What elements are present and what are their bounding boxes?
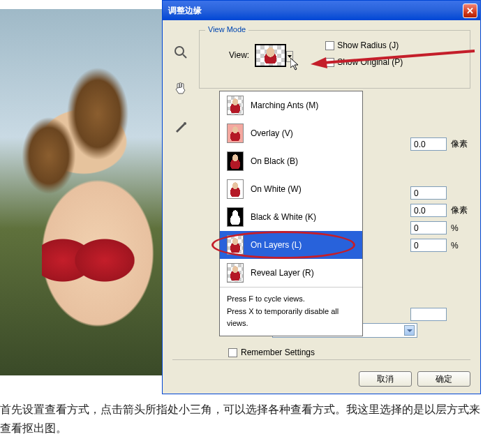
ok-button[interactable]: 确定 bbox=[417, 371, 470, 387]
show-original-row[interactable]: Show Original (P) bbox=[325, 57, 403, 67]
view-option-label: On Black (B) bbox=[251, 156, 298, 166]
show-original-checkbox[interactable] bbox=[325, 58, 334, 67]
shift-input[interactable] bbox=[410, 239, 447, 252]
show-original-label: Show Original (P) bbox=[337, 57, 403, 67]
dropdown-footer: Press F to cycle views. Press X to tempo… bbox=[220, 287, 362, 336]
view-mode-dropdown: Marching Ants (M)Overlay (V)On Black (B)… bbox=[219, 91, 363, 336]
view-option-3[interactable]: On White (W) bbox=[220, 175, 362, 203]
remember-label: Remember Settings bbox=[241, 348, 315, 357]
view-label: View: bbox=[229, 50, 249, 60]
show-radius-label: Show Radius (J) bbox=[337, 40, 399, 50]
caption-text: 首先设置查看方式，点击箭头所指处小三角，可以选择各种查看方式。我这里选择的是以层… bbox=[0, 400, 482, 438]
refine-brush-icon[interactable] bbox=[172, 118, 188, 134]
unit-px-1: 像素 bbox=[451, 138, 470, 150]
view-option-label: Reveal Layer (R) bbox=[251, 268, 314, 278]
remember-row[interactable]: Remember Settings bbox=[228, 348, 470, 357]
radius-input[interactable] bbox=[410, 137, 447, 151]
footer-buttons: 取消 确定 bbox=[359, 371, 470, 387]
svg-point-2 bbox=[184, 122, 186, 125]
svg-line-1 bbox=[183, 54, 186, 58]
dialog-titlebar[interactable]: 调整边缘 ✕ bbox=[163, 1, 480, 20]
zoom-tool-icon[interactable] bbox=[172, 44, 188, 60]
view-thumbnail-button[interactable] bbox=[255, 44, 286, 67]
cancel-button[interactable]: 取消 bbox=[359, 371, 412, 387]
show-radius-row[interactable]: Show Radius (J) bbox=[325, 40, 403, 50]
view-option-4[interactable]: Black & White (K) bbox=[220, 203, 362, 231]
unit-px-2: 像素 bbox=[451, 204, 470, 216]
smooth-input[interactable] bbox=[410, 186, 447, 200]
background-photo bbox=[0, 9, 168, 375]
view-option-label: Overlay (V) bbox=[251, 128, 293, 138]
tool-column bbox=[172, 44, 188, 134]
feather-input[interactable] bbox=[410, 204, 447, 217]
unit-pct-2: % bbox=[451, 241, 470, 251]
footer-line-2: Press X to temporarily disable all views… bbox=[227, 306, 355, 330]
hand-tool-icon[interactable] bbox=[172, 80, 188, 96]
unit-pct-1: % bbox=[451, 223, 470, 233]
view-mode-group: View Mode View: Show Radius (J) bbox=[199, 30, 470, 89]
view-option-label: Black & White (K) bbox=[251, 212, 316, 222]
view-option-6[interactable]: Reveal Layer (R) bbox=[220, 259, 362, 287]
svg-point-0 bbox=[175, 47, 184, 55]
view-option-2[interactable]: On Black (B) bbox=[220, 147, 362, 175]
cursor-icon bbox=[290, 58, 300, 72]
close-button[interactable]: ✕ bbox=[463, 3, 477, 18]
remember-checkbox[interactable] bbox=[228, 348, 237, 357]
amount-input[interactable] bbox=[410, 308, 447, 321]
view-option-label: Marching Ants (M) bbox=[251, 100, 318, 110]
view-option-label: On White (W) bbox=[251, 184, 302, 194]
group-legend: View Mode bbox=[205, 25, 248, 33]
view-option-label: On Layers (L) bbox=[251, 240, 302, 250]
view-option-0[interactable]: Marching Ants (M) bbox=[220, 91, 362, 119]
chevron-down-icon bbox=[404, 325, 415, 336]
dialog-title: 调整边缘 bbox=[168, 5, 202, 17]
view-option-1[interactable]: Overlay (V) bbox=[220, 119, 362, 147]
contrast-input[interactable] bbox=[410, 221, 447, 234]
show-radius-checkbox[interactable] bbox=[325, 41, 334, 50]
footer-line-1: Press F to cycle views. bbox=[227, 293, 355, 306]
view-option-5[interactable]: On Layers (L) bbox=[220, 231, 362, 259]
